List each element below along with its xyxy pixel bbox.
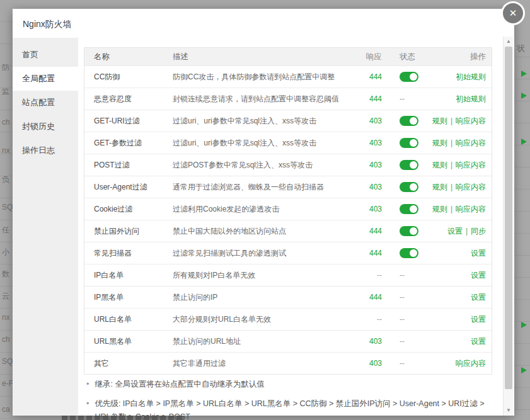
sidebar-item[interactable]: 封锁历史 bbox=[13, 115, 78, 139]
rule-response: -- bbox=[350, 271, 382, 280]
rule-actions: 设置 bbox=[426, 314, 492, 325]
action-link[interactable]: 响应内容 bbox=[456, 116, 486, 125]
sidebar-item[interactable]: 全局配置 bbox=[13, 67, 78, 91]
dimmed-background-right: 状 bbox=[514, 35, 530, 420]
rule-response: 403 bbox=[350, 161, 382, 169]
table-header-row: 名称 描述 响应 状态 操作 bbox=[84, 48, 492, 65]
action-link[interactable]: 初始规则 bbox=[456, 72, 486, 81]
rule-status bbox=[382, 138, 426, 148]
table-row: POST过滤 过滤POST参数中常见sql注入、xss等攻击 403 规则|响应… bbox=[84, 154, 492, 176]
sidebar-item[interactable]: 站点配置 bbox=[13, 91, 78, 115]
header-desc: 描述 bbox=[173, 52, 350, 62]
table-row: URL黑名单 禁止访问的URL地址 403 -- 设置 bbox=[84, 330, 492, 352]
background-text-fragment: 监 bbox=[2, 86, 9, 97]
rule-status: -- bbox=[382, 293, 426, 302]
action-separator: | bbox=[451, 116, 452, 125]
rule-name: Cookie过滤 bbox=[84, 204, 173, 215]
action-link[interactable]: 设置 bbox=[471, 315, 486, 324]
rule-description: 大部分规则对URL白名单无效 bbox=[173, 314, 350, 325]
scroll-up-icon[interactable]: ▲ bbox=[504, 37, 514, 46]
action-link[interactable]: 响应内容 bbox=[456, 139, 486, 147]
scroll-down-icon[interactable]: ▼ bbox=[504, 406, 514, 415]
rule-name: User-Agent过滤 bbox=[84, 182, 173, 193]
action-link[interactable]: 设置 bbox=[471, 337, 486, 346]
action-link[interactable]: 规则 bbox=[432, 116, 447, 125]
status-toggle[interactable] bbox=[400, 248, 418, 258]
firewall-rules-table: 名称 描述 响应 状态 操作 CC防御 防御CC攻击，具体防御参数请到站点配置中… bbox=[84, 47, 492, 375]
rule-description: 所有规则对IP白名单无效 bbox=[173, 270, 350, 281]
table-row: GET-参数过滤 过滤uri、uri参数中常见sql注入、xss等攻击 403 … bbox=[84, 132, 492, 154]
rule-response: 403 bbox=[350, 337, 382, 346]
rule-response: 403 bbox=[350, 359, 382, 368]
rule-actions: 规则|响应内容 bbox=[426, 160, 492, 171]
action-link[interactable]: 设置 bbox=[447, 227, 463, 236]
background-text-fragment: nx bbox=[2, 146, 10, 155]
table-row: Cookie过滤 过滤利用Cookie发起的渗透攻击 403 规则|响应内容 bbox=[84, 198, 492, 220]
footnote: • 优先级: IP白名单 > IP黑名单 > URL白名单 > URL黑名单 >… bbox=[86, 397, 501, 420]
rule-description: 过滤uri、uri参数中常见sql注入、xss等攻击 bbox=[173, 116, 350, 127]
action-link[interactable]: 响应内容 bbox=[456, 161, 486, 169]
rule-status bbox=[382, 160, 426, 170]
rule-name: URL黑名单 bbox=[84, 336, 173, 347]
action-link[interactable]: 规则 bbox=[432, 205, 447, 213]
table-row: 恶意容忍度 封锁连续恶意请求，请到站点配置中调整容忍阈值 444 -- 初始规则 bbox=[84, 88, 492, 110]
action-link[interactable]: 规则 bbox=[432, 139, 447, 147]
action-link[interactable]: 响应内容 bbox=[456, 205, 486, 213]
header-status: 状态 bbox=[382, 52, 426, 62]
close-icon: ✕ bbox=[509, 8, 517, 18]
rule-description: 禁止访问的URL地址 bbox=[173, 336, 350, 347]
status-toggle[interactable] bbox=[400, 116, 418, 126]
action-link[interactable]: 初始规则 bbox=[456, 94, 486, 103]
status-toggle[interactable] bbox=[400, 204, 418, 214]
play-icon bbox=[521, 322, 527, 328]
background-text-fragment: SQ bbox=[2, 203, 13, 212]
rule-description: 过滤利用Cookie发起的渗透攻击 bbox=[173, 204, 350, 215]
action-link[interactable]: 响应内容 bbox=[456, 359, 486, 368]
table-row: 常见扫描器 过滤常见扫描测试工具的渗透测试 444 设置 bbox=[84, 242, 492, 264]
rule-name: 恶意容忍度 bbox=[84, 94, 173, 105]
background-text-fragment: SQ bbox=[2, 357, 13, 366]
status-toggle[interactable] bbox=[400, 72, 418, 82]
toggle-knob bbox=[410, 139, 417, 147]
sidebar-item[interactable]: 操作日志 bbox=[13, 139, 78, 162]
scrollbar-thumb[interactable] bbox=[505, 47, 512, 389]
rule-response: 444 bbox=[350, 249, 382, 258]
table-body: CC防御 防御CC攻击，具体防御参数请到站点配置中调整 444 初始规则 恶意容… bbox=[84, 65, 492, 374]
action-link[interactable]: 响应内容 bbox=[456, 183, 486, 191]
rule-description: 封锁连续恶意请求，请到站点配置中调整容忍阈值 bbox=[173, 94, 350, 105]
status-toggle[interactable] bbox=[400, 182, 418, 192]
status-toggle[interactable] bbox=[400, 138, 418, 148]
status-toggle[interactable] bbox=[400, 226, 418, 236]
status-toggle[interactable] bbox=[400, 160, 418, 170]
table-row: 禁止国外访问 禁止中国大陆以外的地区访问站点 444 设置|同步 bbox=[84, 220, 492, 242]
rule-name: GET-URI过滤 bbox=[84, 116, 173, 127]
action-separator: | bbox=[466, 227, 468, 236]
action-link[interactable]: 设置 bbox=[471, 271, 486, 280]
play-icon bbox=[521, 139, 527, 145]
rule-name: URL白名单 bbox=[84, 314, 173, 325]
rule-response: 444 bbox=[350, 227, 382, 236]
background-text-fragment: ca bbox=[2, 405, 10, 414]
action-link[interactable]: 设置 bbox=[471, 293, 486, 302]
action-link[interactable]: 规则 bbox=[432, 183, 447, 191]
rule-actions: 初始规则 bbox=[426, 72, 492, 82]
rule-status bbox=[382, 116, 426, 126]
rule-response: 444 bbox=[350, 72, 382, 81]
action-link[interactable]: 同步 bbox=[471, 227, 486, 236]
background-text-fragment: nx bbox=[2, 313, 10, 322]
toggle-knob bbox=[410, 227, 417, 235]
rule-actions: 规则|响应内容 bbox=[426, 204, 492, 215]
dialog-sidebar: 首页 全局配置 站点配置 封锁历史 操作日志 bbox=[13, 38, 78, 416]
footnotes: • 继承: 全局设置将在站点配置中自动继承为默认值 • 优先级: IP白名单 >… bbox=[86, 378, 501, 420]
background-text-fragment: ch bbox=[2, 335, 10, 344]
rule-response: 403 bbox=[350, 183, 382, 191]
rule-status: -- bbox=[382, 94, 426, 103]
action-link[interactable]: 规则 bbox=[432, 161, 447, 169]
toggle-knob bbox=[410, 249, 417, 257]
rule-response: 403 bbox=[350, 205, 382, 213]
rule-status bbox=[382, 248, 426, 258]
action-link[interactable]: 设置 bbox=[471, 249, 486, 258]
close-button[interactable]: ✕ bbox=[501, 1, 525, 25]
sidebar-item[interactable]: 首页 bbox=[13, 43, 78, 67]
scrollbar[interactable]: ▲ ▼ bbox=[503, 37, 514, 416]
